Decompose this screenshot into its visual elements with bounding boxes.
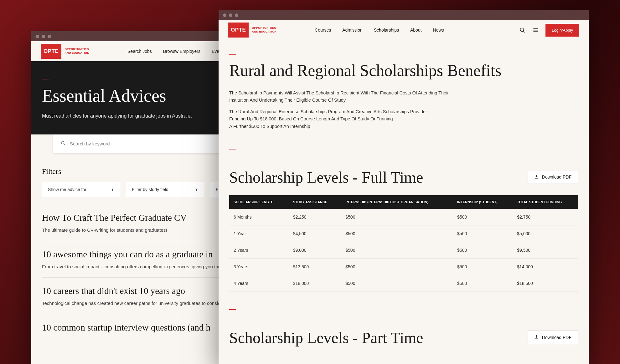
window-dot-icon (42, 35, 45, 38)
table-cell: $18,000 (289, 275, 341, 291)
search-icon[interactable] (519, 27, 525, 33)
nav-search-jobs[interactable]: Search Jobs (127, 49, 152, 54)
col-length: SCHOLARSHIP LENGTH (229, 195, 289, 209)
table-cell: $500 (453, 225, 513, 242)
table-cell: 3 Years (229, 258, 289, 275)
titlebar (219, 10, 589, 20)
nav-browse-employers[interactable]: Browsw Employers (163, 49, 200, 54)
svg-line-3 (523, 31, 524, 32)
download-pdf-button[interactable]: Download PDF (528, 331, 578, 344)
table-cell: $500 (341, 225, 453, 242)
table-row: 3 Years$13,500$500$500$14,000 (229, 258, 578, 275)
table-cell: $9,000 (289, 242, 341, 258)
col-internship-host: INTERNSHIP (INTERNSHIP HOST ORGANISATION… (341, 195, 453, 209)
logo[interactable]: OPTE OPPORTUNITIESAND EDUCATION (41, 44, 89, 59)
intro-text: The Scholarship Payments Will Assist The… (229, 89, 467, 130)
nav-courses[interactable]: Courses (315, 28, 331, 33)
svg-line-1 (64, 144, 65, 145)
logo-abbr: OPTE (41, 44, 61, 59)
nav-about[interactable]: About (410, 28, 422, 33)
window-dot-icon (223, 13, 226, 17)
table-cell: $500 (341, 209, 453, 225)
window-dot-icon (48, 35, 51, 38)
accent-dash-icon (229, 54, 236, 55)
table-row: 2 Years$9,000$500$500$9,500 (229, 242, 578, 258)
chevron-down-icon: ▼ (195, 188, 198, 191)
menu-icon[interactable] (532, 27, 539, 33)
col-internship-student: INTERNSHIP (STUDENT) (453, 195, 513, 209)
filter-advice-for[interactable]: Show me advice for ▼ (42, 182, 120, 197)
window-dot-icon (235, 13, 238, 17)
browser-window-front: OPTE OPPORTUNITIESAND EDUCATION Courses … (219, 10, 589, 364)
svg-point-2 (520, 28, 524, 31)
page-title: Rural and Regional Scholarships Benefits (229, 61, 578, 80)
table-row: 6 Months$2,250$500$500$2,750 (229, 209, 578, 225)
chevron-down-icon: ▼ (111, 188, 114, 191)
main-content: Rural and Regional Scholarships Benefits… (219, 40, 589, 347)
table-cell: $500 (453, 258, 513, 275)
site-header: OPTE OPPORTUNITIESAND EDUCATION Courses … (219, 20, 589, 40)
table-cell: $5,000 (513, 225, 578, 242)
logo-tagline: OPPORTUNITIESAND EDUCATION (65, 48, 89, 55)
table-header-row: SCHOLARSHIP LENGTH STUDY ASSISTANCE INTE… (229, 195, 578, 209)
primary-nav: Search Jobs Browsw Employers Even (127, 49, 222, 54)
primary-nav: Courses Admission Scholarships About New… (315, 28, 444, 33)
table-cell: $4,500 (289, 225, 341, 242)
search-icon (61, 141, 65, 147)
login-apply-button[interactable]: Login/Apply (545, 24, 579, 37)
scholarship-table-fulltime: SCHOLARSHIP LENGTH STUDY ASSISTANCE INTE… (229, 195, 578, 292)
nav-scholarships[interactable]: Scholarships (374, 28, 399, 33)
table-cell: 6 Months (229, 209, 289, 225)
table-cell: $500 (341, 258, 453, 275)
filter-study-field[interactable]: Filter by study field ▼ (126, 182, 204, 197)
table-cell: 2 Years (229, 242, 289, 258)
nav-news[interactable]: News (433, 28, 444, 33)
table-cell: 4 Years (229, 275, 289, 291)
col-assistance: STUDY ASSISTANCE (289, 195, 341, 209)
download-icon (534, 335, 539, 340)
table-cell: $500 (453, 275, 513, 291)
table-cell: 1 Year (229, 225, 289, 242)
window-dot-icon (229, 13, 232, 17)
col-total: TOTAL STUDENT FUNDING (513, 195, 578, 209)
download-icon (534, 174, 539, 180)
table-cell: $500 (453, 209, 513, 225)
logo-tagline: OPPORTUNITIESAND EDUCATION (252, 26, 276, 33)
logo[interactable]: OPTE OPPORTUNITIESAND EDUCATION (228, 23, 276, 38)
table-cell: $2,250 (289, 209, 341, 225)
section-title-parttime: Scholarship Levels - Part Time (229, 329, 423, 347)
table-row: 1 Year$4,500$500$500$5,000 (229, 225, 578, 242)
table-cell: $500 (341, 242, 453, 258)
table-cell: $13,500 (289, 258, 341, 275)
accent-dash-icon (229, 149, 236, 149)
table-cell: $14,000 (513, 258, 578, 275)
download-label: Download PDF (542, 174, 571, 179)
window-dot-icon (36, 35, 39, 38)
filter-label: Filter by study field (132, 187, 168, 192)
table-cell: $500 (341, 275, 453, 291)
filter-label: Show me advice for (48, 187, 86, 192)
download-pdf-button[interactable]: Download PDF (528, 170, 578, 184)
table-cell: $9,500 (513, 242, 578, 258)
logo-abbr: OPTE (228, 23, 249, 38)
table-cell: $18,500 (513, 275, 578, 291)
section-title-fulltime: Scholarship Levels - Full Time (229, 168, 423, 186)
table-row: 4 Years$18,000$500$500$18,500 (229, 275, 578, 291)
table-cell: $500 (453, 242, 513, 258)
accent-dash-icon (42, 79, 49, 79)
svg-point-0 (61, 141, 64, 144)
table-cell: $2,750 (513, 209, 578, 225)
download-label: Download PDF (542, 335, 571, 340)
nav-admission[interactable]: Admission (342, 28, 363, 33)
accent-dash-icon (229, 309, 236, 310)
